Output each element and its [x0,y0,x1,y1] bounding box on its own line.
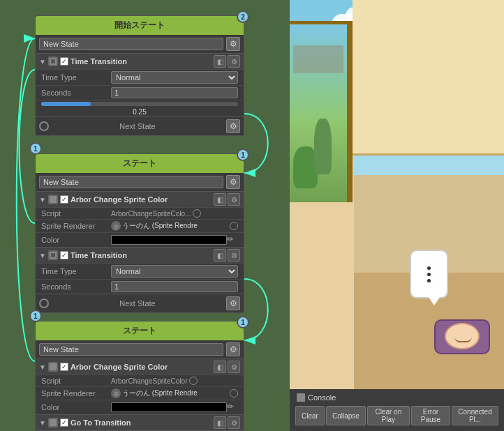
component-action-btn-3b2[interactable]: ⚙ [228,416,240,429]
progress-track-1 [41,102,238,106]
component-action-btn-2a2[interactable]: ⚙ [228,193,240,206]
prop-row-color-3: Color ✏ [36,400,244,414]
prop-input-seconds-1[interactable] [111,87,238,98]
progress-fill-1 [41,102,91,106]
gear-button-2[interactable]: ⚙ [226,175,240,189]
prop-input-seconds-2[interactable] [111,281,238,292]
component-icon-3a [48,362,58,372]
color-swatch-3[interactable] [111,402,227,412]
new-state-row-3: ⚙ [36,340,244,358]
component-name-3b: Go To Transition [71,418,212,427]
console-collapse-button[interactable]: Collapse [326,406,366,425]
prop-sprite-value-2: うーのん (Sprite Rendre [122,221,198,231]
prop-row-sprite-3: Sprite Renderer ◎ うーのん (Sprite Rendre [36,386,244,400]
component-arbor-header-3: ▼ ✓ Arbor Change Sprite Color ◧ ⚙ [36,358,244,375]
next-state-row-1: Next State ⚙ [36,116,244,135]
prop-sprite-value-3: うーのん (Sprite Rendre [122,388,198,398]
prop-row-color-2: Color ✏ [36,232,244,247]
component-action-btn-3a1[interactable]: ◧ [214,361,226,373]
new-state-input-2[interactable] [39,176,223,188]
right-panel: Console Clear Collapse Clear on Play Err… [290,0,504,431]
prop-right-circle-2a[interactable] [193,209,201,218]
component-action-btn-3b1[interactable]: ◧ [214,416,226,429]
next-state-gear-1[interactable]: ⚙ [226,119,240,133]
component-icon-3b [48,418,58,428]
speech-bubble [410,250,448,298]
console-error-pause-button[interactable]: Error Pause [411,406,450,425]
badge-right-2: 1 [237,149,249,161]
background-building [293,45,343,73]
prop-row-seconds-1: Seconds [36,85,244,100]
prop-right-circle-3b[interactable] [230,389,238,398]
sprite-icon-3: ◎ [111,388,121,398]
svg-rect-4 [50,196,57,203]
speech-dot-1 [427,266,431,270]
component-checkbox-2a[interactable]: ✓ [60,195,68,204]
color-swatch-2[interactable] [111,235,227,245]
component-action-btn-1b[interactable]: ⚙ [228,55,240,68]
new-state-input-1[interactable] [39,38,223,50]
component-checkbox-2b[interactable]: ✓ [60,251,68,259]
collapse-arrow-3a[interactable]: ▼ [39,363,46,371]
component-action-btn-2b1[interactable]: ◧ [214,249,226,262]
prop-row-time-type-2: Time Type Normal [36,263,244,279]
console-buttons-row: Clear Collapse Clear on Play Error Pause… [292,404,501,427]
new-state-row-2: ⚙ [36,173,244,191]
character [445,323,483,351]
component-action-btn-2b2[interactable]: ⚙ [228,249,240,262]
prop-row-seconds-2: Seconds [36,279,244,294]
sprite-icon-2: ◎ [111,221,121,231]
eyedropper-2[interactable]: ✏ [227,234,238,245]
prop-label-script-3: Script [41,377,111,385]
prop-right-circle-2b[interactable] [230,222,238,230]
console-panel: Console Clear Collapse Clear on Play Err… [290,389,504,431]
prop-row-sprite-2: Sprite Renderer ◎ うーのん (Sprite Rendre [36,219,244,232]
prop-select-time-type-1[interactable]: Normal [111,71,238,84]
prop-label-time-type-2: Time Type [41,267,111,275]
state-title-3: ステート [123,326,156,335]
badge-right-1: 2 [237,10,249,23]
component-action-btn-3a2[interactable]: ⚙ [228,361,240,373]
gear-button-3[interactable]: ⚙ [226,342,240,356]
eyedropper-3[interactable]: ✏ [227,402,238,413]
badge-right-3: 1 [237,316,249,328]
prop-row-script-3: Script ArborChangeSpriteColor [36,375,244,386]
collapse-arrow-2b[interactable]: ▼ [39,252,46,259]
prop-label-seconds-1: Seconds [41,89,111,97]
collapse-arrow-1[interactable]: ▼ [39,58,46,66]
console-connected-button[interactable]: Connected Pl... [452,406,498,425]
next-state-gear-2[interactable]: ⚙ [226,296,240,310]
component-checkbox-3b[interactable]: ✓ [60,418,68,427]
prop-label-time-type-1: Time Type [41,73,111,82]
svg-rect-3 [51,59,55,63]
next-state-label-1: Next State [52,122,223,130]
speech-dot-3 [427,279,431,282]
component-name-3a: Arbor Change Sprite Color [71,363,212,371]
badge-left-2: 1 [29,142,42,155]
state-node-3: 1 ステート 1 ⚙ ▼ ✓ Arbor Change Sprite Color… [35,321,244,431]
console-clear-button[interactable]: Clear [295,406,325,425]
door-frame [290,21,353,202]
component-action-btn-2a1[interactable]: ◧ [214,193,226,206]
console-icon [297,393,305,402]
prop-right-circle-3a[interactable] [189,377,198,385]
component-checkbox-3a[interactable]: ✓ [60,363,68,371]
collapse-arrow-3b[interactable]: ▼ [39,419,46,427]
collapse-arrow-2a[interactable]: ▼ [39,196,46,204]
connector-dot-2 [39,298,49,308]
game-view [290,0,504,389]
component-name-2b: Time Transition [71,251,212,259]
prop-label-sprite-3: Sprite Renderer [41,389,111,398]
state-node-1: 開始ステート 2 ⚙ ▼ ✓ Time Transition ◧ ⚙ Time … [35,15,244,136]
prop-label-sprite-2: Sprite Renderer [41,222,111,230]
prop-select-time-type-2[interactable]: Normal [111,265,238,278]
console-title-text: Console [308,393,336,402]
component-action-btn-1a[interactable]: ◧ [214,55,226,68]
speech-dot-2 [427,273,431,276]
progress-value-row-1: 0.25 [36,107,244,116]
component-checkbox-1[interactable]: ✓ [60,57,68,66]
new-state-input-3[interactable] [39,343,223,356]
console-clear-on-play-button[interactable]: Clear on Play [367,406,410,425]
gear-button-1[interactable]: ⚙ [226,37,240,51]
prop-label-color-2: Color [41,236,111,244]
